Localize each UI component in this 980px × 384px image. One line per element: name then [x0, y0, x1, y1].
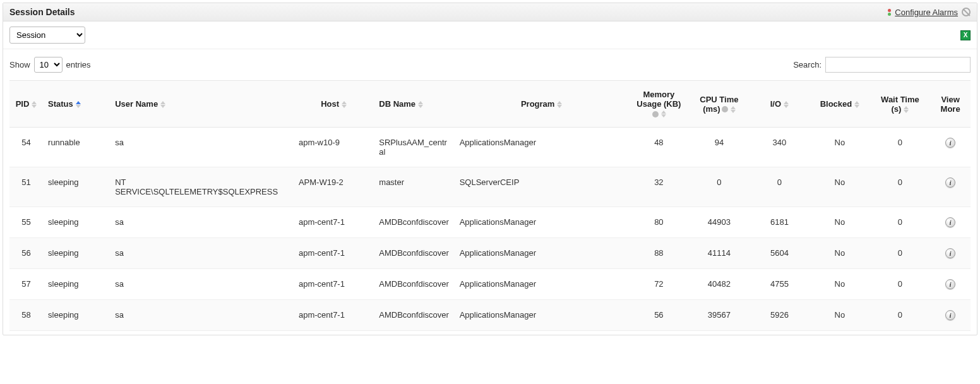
cell-program: ApplicationsManager [455, 238, 629, 269]
cell-io: 0 [750, 167, 810, 207]
cell-view: i [930, 300, 971, 331]
cell-io: 5604 [750, 238, 810, 269]
cell-db: AMDBconfdiscover [374, 300, 454, 331]
cell-blocked: No [810, 167, 870, 207]
panel-header-actions: Configure Alarms [888, 8, 971, 17]
cell-cpu: 41114 [689, 238, 750, 269]
view-more-icon[interactable]: i [945, 217, 955, 227]
alarm-status-icon [888, 9, 891, 16]
cell-memory: 80 [629, 207, 690, 238]
panel-header: Session Details Configure Alarms [3, 3, 977, 21]
sort-icon [904, 106, 909, 113]
table-row: 55sleepingsaapm-cent7-1AMDBconfdiscoverA… [9, 207, 971, 238]
cell-memory: 56 [629, 300, 690, 331]
table-header-row: PID Status User Name Host DB Name Progra… [9, 81, 971, 128]
cell-pid: 55 [9, 207, 43, 238]
col-header-cpu[interactable]: CPU Time (ms) [689, 81, 750, 128]
table-row: 56sleepingsaapm-cent7-1AMDBconfdiscoverA… [9, 238, 971, 269]
search-input[interactable] [825, 57, 971, 73]
export-excel-icon[interactable]: X [960, 30, 971, 40]
cell-blocked: No [810, 300, 870, 331]
cell-pid: 58 [9, 300, 43, 331]
col-header-program[interactable]: Program [455, 81, 629, 128]
table-row: 54runnablesaapm-w10-9SRPlusAAM_centralAp… [9, 128, 971, 167]
cell-db: AMDBconfdiscover [374, 207, 454, 238]
cell-db: SRPlusAAM_central [374, 128, 454, 167]
cell-wait: 0 [870, 269, 931, 300]
cell-cpu: 0 [689, 167, 750, 207]
cell-status: sleeping [43, 167, 110, 207]
view-more-icon[interactable]: i [945, 279, 955, 289]
cell-memory: 48 [629, 128, 690, 167]
sort-icon [418, 101, 423, 108]
search-label: Search: [793, 60, 822, 69]
disable-icon[interactable] [962, 8, 971, 16]
cell-blocked: No [810, 207, 870, 238]
cell-host: apm-cent7-1 [294, 300, 374, 331]
col-header-wait[interactable]: Wait Time (s) [870, 81, 931, 128]
cell-memory: 72 [629, 269, 690, 300]
cell-wait: 0 [870, 238, 931, 269]
cell-db: master [374, 167, 454, 207]
show-label: Show [9, 60, 30, 69]
cell-user: sa [110, 128, 294, 167]
cell-view: i [930, 167, 971, 207]
cell-pid: 56 [9, 238, 43, 269]
cell-status: sleeping [43, 207, 110, 238]
col-header-memory[interactable]: Memory Usage (KB) [629, 81, 690, 128]
view-more-icon[interactable]: i [945, 310, 955, 320]
cell-io: 6181 [750, 207, 810, 238]
panel-title: Session Details [9, 7, 75, 17]
cell-memory: 88 [629, 238, 690, 269]
view-more-icon[interactable]: i [945, 138, 955, 148]
cell-wait: 0 [870, 207, 931, 238]
col-header-status[interactable]: Status [43, 81, 110, 128]
cell-host: apm-cent7-1 [294, 269, 374, 300]
sort-icon [342, 101, 347, 108]
cell-blocked: No [810, 238, 870, 269]
cell-io: 5926 [750, 300, 810, 331]
cell-program: ApplicationsManager [455, 269, 629, 300]
cell-program: ApplicationsManager [455, 128, 629, 167]
cell-pid: 51 [9, 167, 43, 207]
sort-icon [854, 101, 859, 108]
cell-host: APM-W19-2 [294, 167, 374, 207]
cell-program: ApplicationsManager [455, 300, 629, 331]
sort-icon [76, 101, 81, 108]
col-header-user[interactable]: User Name [110, 81, 294, 128]
col-header-io[interactable]: I/O [750, 81, 810, 128]
cell-program: ApplicationsManager [455, 207, 629, 238]
col-header-db[interactable]: DB Name [374, 81, 454, 128]
cell-wait: 0 [870, 300, 931, 331]
cell-cpu: 40482 [689, 269, 750, 300]
cell-io: 340 [750, 128, 810, 167]
cell-view: i [930, 238, 971, 269]
sort-icon [160, 101, 165, 108]
col-header-blocked[interactable]: Blocked [810, 81, 870, 128]
cell-cpu: 44903 [689, 207, 750, 238]
metric-dot-icon [722, 106, 728, 112]
cell-cpu: 39567 [689, 300, 750, 331]
configure-alarms-link[interactable]: Configure Alarms [895, 8, 958, 17]
table-row: 57sleepingsaapm-cent7-1AMDBconfdiscoverA… [9, 269, 971, 300]
col-header-pid[interactable]: PID [9, 81, 43, 128]
cell-view: i [930, 207, 971, 238]
sort-icon [32, 101, 37, 108]
cell-user: sa [110, 207, 294, 238]
cell-status: sleeping [43, 300, 110, 331]
table-controls: Show 10 entries Search: [3, 49, 977, 76]
col-header-host[interactable]: Host [294, 81, 374, 128]
view-more-icon[interactable]: i [945, 177, 955, 188]
metric-dot-icon [652, 111, 659, 117]
cell-view: i [930, 128, 971, 167]
view-more-icon[interactable]: i [945, 248, 955, 258]
session-type-select[interactable]: Session [9, 27, 85, 44]
page-size-select[interactable]: 10 [34, 57, 63, 73]
cell-io: 4755 [750, 269, 810, 300]
cell-program: SQLServerCEIP [455, 167, 629, 207]
sort-icon [557, 101, 562, 108]
cell-db: AMDBconfdiscover [374, 269, 454, 300]
col-header-view: View More [930, 81, 971, 128]
entries-label: entries [66, 60, 91, 69]
table-row: 51sleepingNT SERVICE\SQLTELEMETRY$SQLEXP… [9, 167, 971, 207]
